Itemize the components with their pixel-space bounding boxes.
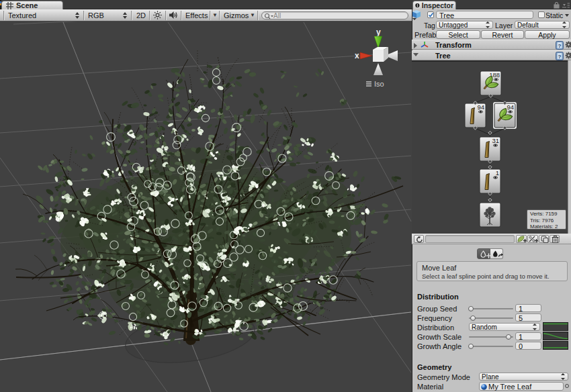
svg-text:x: x [355,51,359,60]
svg-text:?: ? [558,43,562,49]
svg-text:y: y [376,28,381,37]
svg-text:1: 1 [496,169,499,177]
svg-text:31: 31 [492,137,499,144]
svg-text:94: 94 [477,103,484,111]
svg-text:?: ? [558,54,562,60]
svg-text:94: 94 [507,103,514,111]
svg-text:Iso: Iso [374,80,384,88]
